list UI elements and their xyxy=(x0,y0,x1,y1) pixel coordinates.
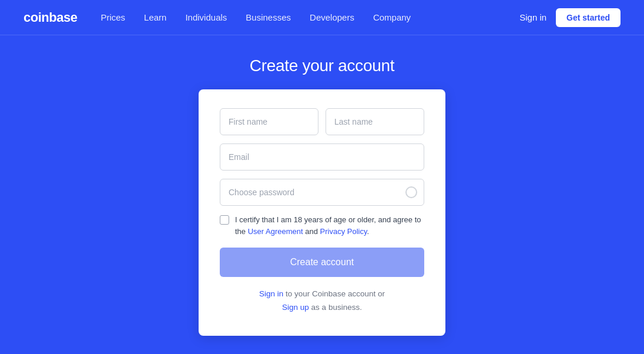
nav-developers[interactable]: Developers xyxy=(310,12,354,22)
signup-form-card: I certify that I am 18 years of age or o… xyxy=(199,89,445,336)
navbar-right: Sign in Get started xyxy=(519,8,620,27)
sign-in-suffix: to your Coinbase account or xyxy=(283,289,385,298)
nav-businesses[interactable]: Businesses xyxy=(246,12,291,22)
password-toggle-icon[interactable] xyxy=(405,186,417,198)
sign-in-link[interactable]: Sign in xyxy=(259,289,283,298)
get-started-button[interactable]: Get started xyxy=(556,8,620,27)
sign-up-link[interactable]: Sign up xyxy=(282,303,309,312)
navbar: coinbase Prices Learn Individuals Busine… xyxy=(0,0,644,35)
sign-up-suffix: as a business. xyxy=(309,303,362,312)
age-agreement-checkbox[interactable] xyxy=(220,215,229,225)
nav-learn[interactable]: Learn xyxy=(144,12,166,22)
nav-individuals[interactable]: Individuals xyxy=(185,12,227,22)
age-agreement-label: I certify that I am 18 years of age or o… xyxy=(235,214,424,237)
first-name-input[interactable] xyxy=(220,108,318,135)
name-row xyxy=(220,108,424,135)
nav-links: Prices Learn Individuals Businesses Deve… xyxy=(100,12,519,22)
nav-prices[interactable]: Prices xyxy=(100,12,125,22)
user-agreement-link[interactable]: User Agreement xyxy=(248,227,303,236)
create-account-button[interactable]: Create account xyxy=(220,248,424,277)
coinbase-logo[interactable]: coinbase xyxy=(24,10,77,25)
page-content: Create your account I certify that I am … xyxy=(0,35,644,336)
nav-company[interactable]: Company xyxy=(373,12,411,22)
privacy-policy-link[interactable]: Privacy Policy xyxy=(320,227,367,236)
bottom-links: Sign in to your Coinbase account or Sign… xyxy=(220,288,424,315)
age-agreement-row: I certify that I am 18 years of age or o… xyxy=(220,214,424,237)
password-input[interactable] xyxy=(220,179,424,206)
email-input[interactable] xyxy=(220,143,424,171)
email-wrapper xyxy=(220,143,424,171)
page-title: Create your account xyxy=(250,56,394,75)
password-wrapper xyxy=(220,179,424,206)
sign-in-nav-link[interactable]: Sign in xyxy=(519,12,546,22)
last-name-input[interactable] xyxy=(326,108,424,135)
